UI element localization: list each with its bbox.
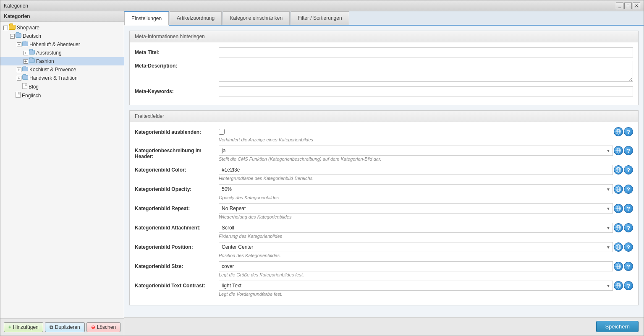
tree-label-fashion: Fashion: [36, 58, 54, 64]
folder-icon-fashion: [29, 58, 35, 64]
tree-item-fashion[interactable]: + Fashion: [0, 57, 124, 65]
section-freitextfelder: Freitextfelder Kategorienbild ausblenden…: [129, 110, 639, 305]
hint-attachment: Fixierung des Kategorienbildes: [219, 234, 633, 239]
input-meta-keywords[interactable]: [219, 86, 633, 96]
expand-hoehenluft[interactable]: −: [16, 41, 22, 48]
doc-icon-blog: [22, 83, 27, 90]
opacity-actions: 50%25%75%100% ▼ ?: [219, 184, 633, 194]
expand-kochlust[interactable]: +: [16, 66, 22, 73]
tree-item-kochlust[interactable]: + Kochlust & Provence: [0, 65, 124, 74]
ausblenden-actions: ?: [219, 127, 633, 136]
input-size[interactable]: [219, 261, 613, 271]
textarea-meta-description[interactable]: [219, 61, 633, 82]
input-meta-titel[interactable]: [219, 47, 633, 57]
expand-ausruestung[interactable]: +: [22, 49, 29, 56]
globe-button-attachment[interactable]: [614, 223, 623, 232]
main-window: Kategorien _ □ ✕ Kategorien − Shopware −: [0, 0, 644, 336]
duplicate-button[interactable]: ⧉ Duplizieren: [45, 322, 85, 332]
label-ausblenden: Kategorienbild ausblenden:: [135, 127, 219, 135]
help-button-beschreibung[interactable]: ?: [624, 146, 633, 155]
expand-handwerk[interactable]: +: [16, 75, 22, 81]
tab-kategorie[interactable]: Kategorie einschränken: [223, 11, 290, 25]
tab-filter[interactable]: Filter / Sortierungen: [291, 11, 349, 25]
label-size: Kategorienbild Size:: [135, 261, 219, 269]
globe-button-beschreibung[interactable]: [614, 146, 623, 155]
globe-button-position[interactable]: [614, 242, 623, 252]
input-color[interactable]: [219, 165, 613, 175]
expand-fashion[interactable]: +: [22, 58, 29, 65]
window-title: Kategorien: [4, 3, 28, 9]
tree-label-handwerk: Handwerk & Tradition: [29, 75, 78, 81]
control-meta-titel: [219, 47, 633, 57]
globe-button-repeat[interactable]: [614, 204, 623, 213]
help-button-contrast[interactable]: ?: [624, 281, 633, 290]
control-meta-description: [219, 61, 633, 83]
select-contrast[interactable]: light Textdark Text: [219, 281, 613, 291]
control-size: ? Legt die Größe des Kategorienbildes fe…: [219, 261, 633, 277]
tree-item-handwerk[interactable]: + Handwerk & Tradition: [0, 74, 124, 82]
control-repeat: No RepeatRepeatRepeat-XRepeat-Y ▼ ? Wied…: [219, 203, 633, 219]
repeat-actions: No RepeatRepeatRepeat-XRepeat-Y ▼ ?: [219, 203, 633, 214]
label-meta-titel: Meta Titel:: [135, 47, 219, 55]
tree-item-ausruestung[interactable]: + Ausrüstung: [0, 49, 124, 57]
control-beschreibung: janein ▼ ? Stellt die CMS Funktion (Kate…: [219, 146, 633, 161]
select-wrap-beschreibung: janein ▼: [219, 146, 613, 156]
label-attachment: Kategorienbild Attachment:: [135, 223, 219, 231]
control-ausblenden: ? Verhindert die Anzeige eines Kategorie…: [219, 127, 633, 142]
tree-item-blog[interactable]: Blog: [0, 82, 124, 91]
delete-button[interactable]: ⊖ Löschen: [86, 322, 120, 332]
control-color: ? Hintergrundfarbe des Kategorienbild-Be…: [219, 165, 633, 181]
label-beschreibung: Kategorienbeschreibung im Header:: [135, 146, 219, 159]
globe-button-color[interactable]: [614, 165, 623, 175]
help-button-attachment[interactable]: ?: [624, 223, 633, 232]
folder-icon-hoehenluft: [22, 42, 28, 47]
maximize-button[interactable]: □: [624, 3, 632, 9]
control-contrast: light Textdark Text ▼ ? Legt die Vorderg…: [219, 281, 633, 297]
help-button-position[interactable]: ?: [624, 242, 633, 252]
tab-einstellungen[interactable]: Einstellungen: [124, 11, 169, 26]
section-freitextfelder-header: Freitextfelder: [130, 111, 638, 122]
doc-icon-englisch: [16, 92, 21, 99]
action-bar: Speichern: [124, 317, 644, 336]
tree-label-blog: Blog: [29, 84, 39, 90]
select-wrap-repeat: No RepeatRepeatRepeat-XRepeat-Y ▼: [219, 203, 613, 214]
label-meta-description: Meta-Description:: [135, 61, 219, 69]
form-row-repeat: Kategorienbild Repeat: No RepeatRepeatRe…: [135, 203, 633, 219]
help-button-repeat[interactable]: ?: [624, 204, 633, 213]
attachment-actions: ScrollFixedLocal ▼ ?: [219, 223, 633, 233]
tree-label-shopware: Shopware: [17, 25, 39, 31]
tree-item-deutsch[interactable]: − Deutsch: [0, 32, 124, 40]
expand-shopware[interactable]: −: [2, 24, 9, 31]
select-opacity[interactable]: 50%25%75%100%: [219, 184, 613, 194]
tree-item-englisch[interactable]: Englisch: [0, 91, 124, 100]
expand-deutsch[interactable]: −: [9, 33, 16, 39]
minimize-button[interactable]: _: [616, 3, 623, 9]
save-button[interactable]: Speichern: [596, 321, 639, 332]
help-button-color[interactable]: ?: [624, 165, 633, 175]
tab-artikelzuordnung[interactable]: Artikelzuordnung: [170, 11, 222, 25]
globe-button-contrast[interactable]: [614, 281, 623, 290]
select-beschreibung[interactable]: janein: [219, 146, 613, 156]
globe-button-opacity[interactable]: [614, 185, 623, 194]
help-button-size[interactable]: ?: [624, 262, 633, 271]
select-attachment[interactable]: ScrollFixedLocal: [219, 223, 613, 233]
tabs-bar: Einstellungen Artikelzuordnung Kategorie…: [124, 11, 644, 26]
section-meta: Meta-Informationen hinterlegen Meta Tite…: [129, 31, 639, 105]
select-position[interactable]: Center CenterTop LeftTop CenterTop Right: [219, 242, 613, 252]
tree-item-hoehenluft[interactable]: − Höhenluft & Abenteuer: [0, 40, 124, 49]
form-row-ausblenden: Kategorienbild ausblenden: ? Verhindert …: [135, 127, 633, 142]
form-row-meta-description: Meta-Description:: [135, 61, 633, 83]
form-row-size: Kategorienbild Size: ? Legt die Größe de…: [135, 261, 633, 277]
tree-item-shopware[interactable]: − Shopware: [0, 23, 124, 32]
help-button-opacity[interactable]: ?: [624, 185, 633, 194]
help-button-ausblenden[interactable]: ?: [624, 127, 633, 136]
hint-position: Position des Kategorienbildes.: [219, 253, 633, 258]
globe-button-size[interactable]: [614, 262, 623, 271]
select-repeat[interactable]: No RepeatRepeatRepeat-XRepeat-Y: [219, 203, 613, 214]
add-button[interactable]: + Hinzufügen: [4, 322, 43, 332]
checkbox-ausblenden[interactable]: [219, 129, 225, 135]
hint-beschreibung: Stellt die CMS Funktion (Kategorienbesch…: [219, 156, 633, 161]
close-button[interactable]: ✕: [633, 3, 640, 9]
color-actions: ?: [219, 165, 633, 175]
globe-button-ausblenden[interactable]: [614, 127, 623, 136]
